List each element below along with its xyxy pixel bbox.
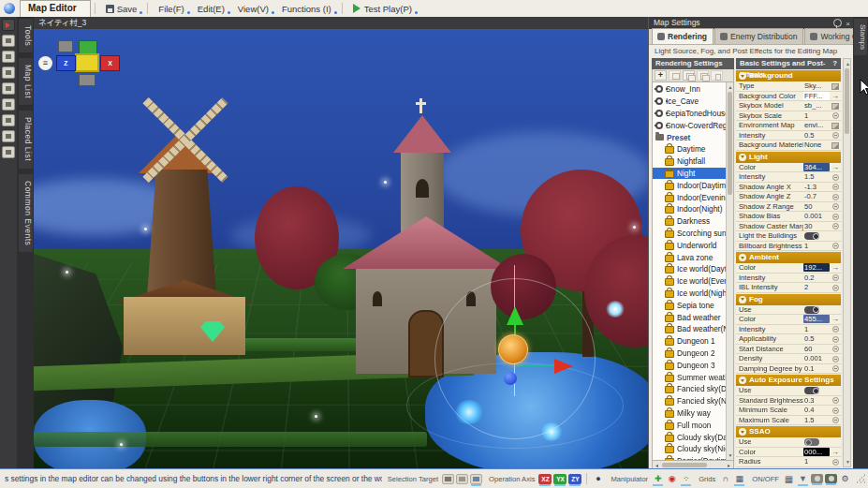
property-control[interactable] bbox=[830, 283, 841, 291]
toggle-switch-on[interactable] bbox=[804, 306, 819, 314]
preview-tool-icon[interactable] bbox=[2, 114, 15, 126]
property-value[interactable]: 0.1 bbox=[803, 364, 830, 373]
grid-display-icon[interactable]: ▦ bbox=[783, 474, 795, 484]
toggle-switch-on[interactable] bbox=[804, 387, 819, 394]
property-control[interactable] bbox=[830, 183, 841, 191]
axis-cube-y-face[interactable] bbox=[79, 40, 97, 54]
operation-axis-xz-button[interactable]: XZ bbox=[538, 474, 552, 484]
path-tool-icon[interactable] bbox=[2, 146, 15, 158]
property-control[interactable]: → bbox=[830, 163, 841, 171]
list-item[interactable]: Summer weath bbox=[653, 371, 726, 383]
dropdown-icon[interactable] bbox=[831, 83, 839, 90]
dial-icon[interactable] bbox=[832, 274, 839, 281]
dropdown-icon[interactable] bbox=[831, 123, 839, 129]
tab-enemy-distribution[interactable]: Enemy Distribution bbox=[714, 28, 803, 44]
list-item[interactable]: Sepia tone bbox=[653, 299, 726, 311]
color-picker-arrow-icon[interactable]: → bbox=[831, 263, 839, 272]
dial-icon[interactable] bbox=[832, 214, 839, 220]
property-value[interactable]: 364... bbox=[803, 163, 830, 171]
list-item[interactable]: Preset bbox=[653, 131, 726, 143]
dial-icon[interactable] bbox=[832, 132, 839, 139]
section-header-background[interactable]: Background bbox=[736, 70, 841, 81]
color-picker-arrow-icon[interactable]: → bbox=[831, 315, 839, 323]
list-item[interactable]: Dungeon 2 bbox=[653, 348, 726, 360]
dial-icon[interactable] bbox=[832, 397, 839, 404]
property-control[interactable] bbox=[830, 140, 841, 149]
toggle-switch-off[interactable] bbox=[804, 438, 819, 446]
menu-item-edite[interactable]: Edit(E) bbox=[191, 3, 231, 15]
scale-manipulator-icon[interactable]: ⁘ bbox=[680, 474, 692, 484]
selection-target-object-icon[interactable] bbox=[456, 474, 468, 484]
list-item[interactable]: Bad weather(N bbox=[653, 323, 726, 335]
rotate-manipulator-icon[interactable]: ◉ bbox=[666, 474, 678, 484]
dial-icon[interactable] bbox=[832, 184, 839, 190]
list-item[interactable]: Snow_Inn bbox=[653, 83, 726, 96]
light-funnel-icon[interactable]: ▼ bbox=[797, 474, 809, 484]
axis-cube-z-face[interactable]: Z bbox=[56, 55, 76, 71]
property-control[interactable] bbox=[830, 131, 841, 140]
list-item[interactable]: Night bbox=[653, 168, 726, 180]
section-header-auto-exposure-settings[interactable]: Auto Exposure Settings bbox=[736, 375, 841, 386]
list-item[interactable]: Daytime bbox=[653, 143, 726, 155]
list-item[interactable]: Ice_Cave bbox=[653, 96, 726, 108]
list-item[interactable]: Bad weather bbox=[653, 311, 726, 323]
list-item[interactable]: Ice world(Night bbox=[653, 288, 726, 300]
property-control[interactable] bbox=[830, 325, 841, 333]
property-value[interactable]: 1.5 bbox=[803, 416, 830, 424]
property-value[interactable]: 192... bbox=[803, 263, 830, 272]
gizmo-y-arrow[interactable] bbox=[507, 306, 523, 325]
property-control[interactable]: → bbox=[830, 448, 841, 456]
camera-sphere-icon[interactable]: ● bbox=[592, 474, 604, 484]
property-control[interactable]: → bbox=[830, 92, 841, 100]
operation-axis-zy-button[interactable]: ZY bbox=[568, 474, 581, 484]
monitor-tool-icon[interactable] bbox=[2, 98, 15, 111]
tab-rendering[interactable]: Rendering bbox=[652, 28, 714, 44]
property-value[interactable]: 0.3 bbox=[803, 396, 830, 405]
color-picker-arrow-icon[interactable]: → bbox=[831, 448, 839, 456]
property-value[interactable]: 455... bbox=[803, 315, 830, 323]
layers-tool-icon[interactable] bbox=[2, 130, 15, 142]
list-item[interactable]: Lava zone bbox=[653, 251, 726, 263]
dial-icon[interactable] bbox=[832, 336, 839, 343]
dial-icon[interactable] bbox=[832, 112, 839, 119]
sidebar-tab-placed-list[interactable]: Placed List bbox=[19, 111, 33, 168]
property-control[interactable] bbox=[830, 111, 841, 120]
list-item[interactable]: Indoor(Daytime bbox=[653, 179, 726, 191]
list-item[interactable]: Darkness bbox=[653, 215, 726, 228]
property-control[interactable] bbox=[830, 457, 841, 466]
list-item[interactable]: Indoor(Night) bbox=[653, 203, 726, 215]
toggle-cell[interactable] bbox=[803, 386, 830, 394]
pin-icon[interactable] bbox=[833, 19, 842, 27]
menu-item-viewv[interactable]: View(V) bbox=[231, 3, 275, 15]
axis-cube-corner[interactable] bbox=[58, 40, 73, 52]
property-control[interactable] bbox=[830, 354, 841, 362]
list-item[interactable]: Scorching sun bbox=[653, 228, 726, 240]
camera-view-icon[interactable] bbox=[811, 474, 823, 483]
dial-icon[interactable] bbox=[832, 194, 839, 200]
menu-item-functionsi[interactable]: Functions (I) bbox=[275, 3, 338, 15]
dial-icon[interactable] bbox=[832, 459, 839, 466]
selection-target-terrain-icon[interactable] bbox=[442, 474, 454, 484]
list-item[interactable]: Snow-CoverdRegion bbox=[653, 119, 726, 131]
gizmo-x-arrow[interactable] bbox=[554, 359, 573, 374]
list-item[interactable]: Ice world(Eveni bbox=[653, 275, 726, 288]
display-settings-gear-icon[interactable]: ⚙ bbox=[839, 474, 851, 484]
property-control[interactable] bbox=[830, 416, 841, 424]
property-value[interactable]: 0.4 bbox=[803, 406, 830, 414]
dropdown-icon[interactable] bbox=[831, 103, 839, 110]
property-value[interactable]: -0.7 bbox=[803, 192, 830, 200]
sidebar-tab-tools[interactable]: Tools bbox=[19, 19, 33, 52]
list-item[interactable]: SepiaTonedHouse bbox=[653, 108, 726, 120]
property-value[interactable]: -1.3 bbox=[803, 183, 830, 191]
test-play-button[interactable]: Test Play(P) bbox=[346, 3, 419, 15]
dial-icon[interactable] bbox=[832, 346, 839, 352]
property-value[interactable]: 1 bbox=[803, 457, 830, 466]
dial-icon[interactable] bbox=[832, 223, 839, 229]
list-item[interactable]: Full moon bbox=[653, 419, 726, 431]
magnet-snap-icon[interactable]: ∩ bbox=[719, 474, 731, 484]
property-value[interactable]: 000... bbox=[803, 448, 830, 456]
property-value[interactable]: 50 bbox=[803, 202, 830, 211]
menu-item-filef[interactable]: File(F) bbox=[152, 3, 190, 15]
move-manipulator-icon[interactable]: ✚ bbox=[652, 474, 664, 484]
sidebar-tab-common-events[interactable]: Common Events bbox=[19, 174, 33, 252]
